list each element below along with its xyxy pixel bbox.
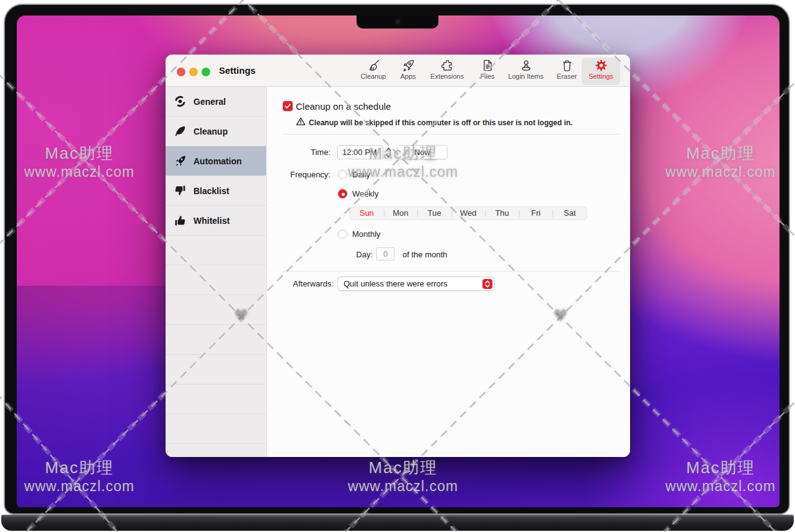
warning-icon (296, 117, 306, 126)
sidebar-label: Whitelist (193, 216, 229, 226)
sidebar-label: Cleanup (193, 126, 228, 136)
broom-icon (366, 58, 381, 73)
rocket-icon (174, 154, 187, 167)
feather-icon (174, 125, 187, 138)
sidebar-item-cleanup[interactable]: Cleanup (166, 117, 266, 146)
rocket-outline-icon (401, 58, 415, 73)
checkmark-icon (283, 102, 292, 110)
segment-wed[interactable]: Wed (451, 207, 486, 219)
now-button[interactable]: Now (397, 145, 448, 159)
segment-fri[interactable]: Fri (519, 207, 553, 219)
weekly-radio-label: Weekly (352, 189, 378, 198)
weekday-segmented-control: Sun Mon Tue Wed Thu Fri Sat (349, 206, 587, 220)
toolbar-item-apps[interactable]: Apps (388, 58, 428, 85)
day-suffix: of the month (402, 250, 447, 260)
toolbar-label: Files (468, 73, 507, 80)
afterwards-popup[interactable]: Quit unless there were errors (337, 277, 495, 291)
window-title: Settings (219, 55, 255, 87)
trash-icon (560, 58, 574, 73)
toolbar-item-extensions[interactable]: Extensions (427, 58, 467, 85)
close-button[interactable] (177, 68, 185, 76)
toolbar-item-eraser[interactable]: Eraser (547, 58, 587, 85)
sidebar-item-whitelist[interactable]: Whitelist (166, 206, 266, 236)
laptop-base (1, 515, 794, 531)
notch (357, 16, 438, 29)
sidebar-item-automation[interactable]: Automation (166, 146, 266, 176)
puzzle-icon (440, 58, 455, 73)
segment-sun[interactable]: Sun (350, 207, 384, 219)
zoom-button[interactable] (202, 68, 210, 76)
sidebar-empty-row (166, 236, 266, 265)
afterwards-popup-value: Quit unless there were errors (344, 279, 448, 288)
weekly-radio[interactable] (338, 189, 347, 198)
popup-chevrons-icon (482, 279, 492, 289)
daily-radio-label: Daily (352, 170, 370, 179)
divider (283, 134, 621, 135)
settings-window: Settings Cleanup Apps Extensions (166, 55, 630, 457)
toolbar-item-login-items[interactable]: Login Items (506, 58, 546, 85)
document-icon (481, 58, 495, 73)
sidebar-label: General (193, 97, 226, 107)
monthly-radio[interactable] (338, 229, 347, 239)
sidebar-empty-row (166, 265, 266, 295)
monthly-radio-label: Monthly (352, 229, 381, 239)
frequency-label: Frequency: (267, 170, 331, 180)
sidebar-empty-row (166, 325, 266, 355)
afterwards-label: Afterwards: (267, 279, 334, 289)
toolbar-item-cleanup[interactable]: Cleanup (353, 58, 393, 85)
sidebar-empty-row (166, 444, 266, 457)
camera-dot (395, 19, 401, 24)
automation-pane: Cleanup on a schedule Cleanup will be sk… (267, 87, 630, 457)
toolbar-label: Extensions (427, 73, 467, 80)
thumbs-down-icon (174, 184, 187, 197)
toolbar-item-files[interactable]: Files (468, 58, 507, 85)
schedule-checkbox-label: Cleanup on a schedule (296, 102, 391, 112)
toolbar-label: Login Items (506, 73, 546, 80)
sidebar-empty-row (166, 355, 266, 384)
daily-radio[interactable] (338, 170, 347, 179)
day-label: Day: (329, 250, 373, 260)
schedule-checkbox[interactable] (283, 101, 293, 111)
person-icon (519, 58, 533, 73)
titlebar: Settings Cleanup Apps Extensions (166, 55, 630, 87)
sidebar-item-blacklist[interactable]: Blacklist (166, 176, 266, 206)
sidebar: General Cleanup Automation Blackli (166, 87, 267, 457)
toolbar-label: Apps (388, 73, 428, 80)
day-of-month-field[interactable]: 0 (376, 247, 394, 260)
sidebar-label: Automation (193, 156, 242, 166)
thumbs-up-icon (174, 214, 187, 227)
time-field[interactable]: 12:00 PM (337, 145, 383, 159)
segment-tue[interactable]: Tue (417, 207, 451, 219)
sidebar-empty-row (166, 384, 266, 414)
toolbar-label: Eraser (547, 73, 587, 80)
sidebar-empty-row (166, 414, 266, 444)
segment-thu[interactable]: Thu (485, 207, 519, 219)
toolbar-label: Settings (582, 73, 620, 80)
gear-icon (594, 58, 608, 73)
scan-swirl-icon (174, 95, 187, 108)
divider (283, 271, 621, 272)
toolbar-label: Cleanup (353, 73, 393, 80)
sidebar-empty-row (166, 295, 266, 325)
segment-mon[interactable]: Mon (384, 207, 418, 219)
warning-text: Cleanup will be skipped if this computer… (309, 118, 572, 127)
time-stepper[interactable] (384, 146, 393, 159)
time-label: Time: (267, 148, 331, 157)
sidebar-item-general[interactable]: General (166, 87, 266, 117)
sidebar-label: Blacklist (193, 186, 229, 196)
toolbar-item-settings[interactable]: Settings (582, 58, 620, 85)
segment-sat[interactable]: Sat (553, 207, 587, 219)
minimize-button[interactable] (189, 68, 198, 76)
